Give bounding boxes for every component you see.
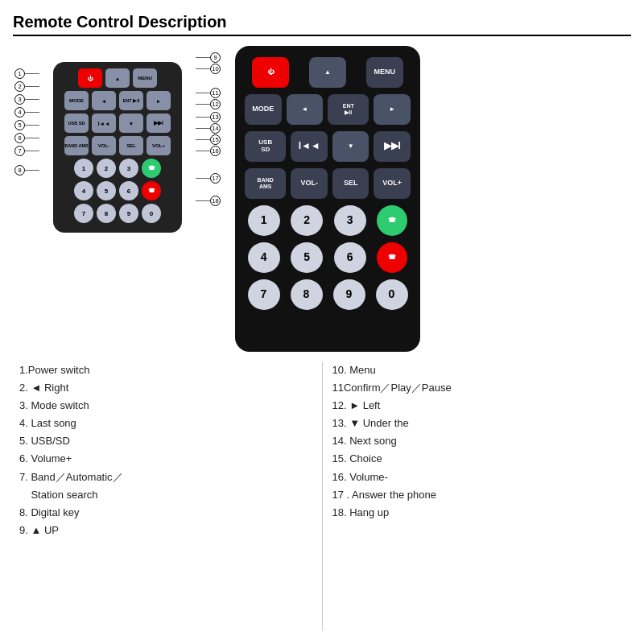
- diag-up-btn: ▲: [105, 68, 130, 88]
- diag-5-btn: 5: [97, 181, 116, 200]
- desc-item-3: 3. Mode switch: [19, 397, 312, 415]
- diag-9-btn: 9: [119, 204, 138, 223]
- diag-power-btn: ⏻: [78, 68, 102, 88]
- desc-item-17: 17 . Answer the phone: [332, 486, 625, 504]
- diag-2-btn: 2: [97, 159, 116, 178]
- photo-4-btn: 4: [248, 242, 280, 273]
- diag-8-btn: 8: [97, 204, 116, 223]
- desc-item-10: 10. Menu: [332, 361, 625, 379]
- diag-sel-btn: SEL: [119, 136, 143, 155]
- diag-left-btn: ◄: [92, 91, 116, 110]
- callout-12: ——12: [196, 99, 221, 109]
- callout-1: 1——: [14, 68, 39, 79]
- callout-7: 7——: [14, 146, 39, 156]
- photo-volp-btn: VOL+: [374, 168, 411, 199]
- diag-usb-btn: USB SD: [64, 114, 89, 133]
- desc-right-col: 10. Menu 11Confirm／Play／Pause 12. ► Left…: [326, 361, 632, 631]
- callout-2: 2——: [14, 81, 39, 92]
- photo-sel-btn: SEL: [332, 168, 369, 199]
- photo-prev-btn: I◄◄: [291, 131, 328, 162]
- photo-0-btn: 0: [376, 279, 408, 310]
- diag-volm-btn: VOL-: [92, 136, 116, 155]
- desc-item-6: 6. Volume+: [19, 450, 312, 468]
- diag-hangup-btn: ☎: [142, 181, 161, 200]
- callout-3: 3——: [14, 94, 39, 105]
- photo-ent-btn: ENT▶II: [328, 94, 369, 125]
- desc-item-7: 7. Band／Automatic／ Station search: [19, 469, 312, 504]
- diag-next-btn: ▶▶I: [147, 114, 171, 133]
- diag-1-btn: 1: [74, 159, 93, 178]
- photo-up-btn: ▲: [309, 57, 346, 88]
- photo-band-btn: BANDAMS: [245, 168, 286, 199]
- photo-volm-btn: VOL-: [291, 168, 328, 199]
- photo-down-btn: ▼: [332, 131, 369, 162]
- desc-item-4: 4. Last song: [19, 415, 312, 432]
- photo-5-btn: 5: [291, 242, 323, 273]
- diag-menu-btn: MENU: [133, 68, 157, 88]
- photo-answer-btn: ☎: [377, 205, 407, 236]
- diag-ent-btn: ENT ▶II: [119, 91, 143, 110]
- photo-mode-btn: MODE: [245, 94, 282, 125]
- callout-15: ——15: [196, 134, 221, 145]
- diag-3-btn: 3: [119, 159, 138, 178]
- photo-9-btn: 9: [333, 279, 365, 310]
- column-divider: [322, 361, 323, 631]
- desc-item-12: 12. ► Left: [332, 397, 625, 415]
- callout-13: ——13: [196, 112, 221, 122]
- diagram-section: ⏻ ▲ MENU MODE ◄ ENT ▶II ► USB SD I◄◄ ▼ ▶…: [13, 46, 222, 352]
- callout-17: ——17: [196, 173, 221, 184]
- callout-5: 5——: [14, 120, 39, 130]
- callout-4: 4——: [14, 107, 39, 118]
- diag-band-btn: BAND AMS: [64, 136, 89, 155]
- callout-18: ——18: [196, 196, 221, 206]
- desc-item-1: 1.Power switch: [19, 361, 312, 379]
- callout-10: ——10: [196, 64, 221, 74]
- photo-power-btn: ⏻: [252, 57, 289, 88]
- desc-item-11: 11Confirm／Play／Pause: [332, 379, 625, 397]
- desc-item-5: 5. USB/SD: [19, 432, 312, 450]
- remote-photo: ⏻ ▲ MENU MODE ◄ ENT▶II ► USBSD I◄◄ ▼ ▶▶I…: [235, 46, 420, 352]
- desc-item-2: 2. ◄ Right: [19, 379, 312, 397]
- desc-item-9: 9. ▲ UP: [19, 522, 312, 539]
- photo-usb-btn: USBSD: [245, 131, 286, 162]
- photo-left-btn: ◄: [287, 94, 324, 125]
- callout-6: 6——: [14, 133, 39, 143]
- desc-item-13: 13. ▼ Under the: [332, 415, 625, 432]
- desc-item-14: 14. Next song: [332, 432, 625, 450]
- diag-6-btn: 6: [119, 181, 138, 200]
- photo-8-btn: 8: [291, 279, 323, 310]
- diag-0-btn: 0: [142, 204, 161, 223]
- diag-volp-btn: VOL+: [147, 136, 171, 155]
- page-title: Remote Control Description: [13, 13, 631, 36]
- desc-item-15: 15. Choice: [332, 450, 625, 468]
- diag-7-btn: 7: [74, 204, 93, 223]
- photo-6-btn: 6: [334, 242, 366, 273]
- diag-prev-btn: I◄◄: [92, 114, 116, 133]
- photo-right-btn: ►: [374, 94, 411, 125]
- photo-menu-btn: MENU: [366, 57, 403, 88]
- photo-7-btn: 7: [248, 279, 280, 310]
- photo-3-btn: 3: [334, 205, 366, 236]
- callout-16: ——16: [196, 146, 221, 156]
- photo-2-btn: 2: [291, 205, 323, 236]
- callout-11: ——11: [196, 88, 221, 98]
- callout-14: ——14: [196, 123, 221, 134]
- diag-answer-btn: ☎: [142, 159, 161, 178]
- diag-down-btn: ▼: [119, 114, 143, 133]
- desc-item-8: 8. Digital key: [19, 504, 312, 522]
- desc-item-18: 18. Hang up: [332, 504, 625, 522]
- diag-4-btn: 4: [74, 181, 93, 200]
- photo-next-btn: ▶▶I: [374, 131, 411, 162]
- desc-left-col: 1.Power switch 2. ◄ Right 3. Mode switch…: [13, 361, 319, 631]
- diag-right-btn: ►: [147, 91, 171, 110]
- desc-item-16: 16. Volume-: [332, 469, 625, 486]
- photo-1-btn: 1: [248, 205, 280, 236]
- callout-8: 8——: [14, 165, 39, 175]
- description-section: 1.Power switch 2. ◄ Right 3. Mode switch…: [13, 361, 631, 631]
- diag-mode-btn: MODE: [64, 91, 89, 110]
- callout-9: ——9: [196, 52, 221, 63]
- remote-diagram: ⏻ ▲ MENU MODE ◄ ENT ▶II ► USB SD I◄◄ ▼ ▶…: [53, 62, 182, 233]
- photo-hangup-btn: ☎: [377, 242, 407, 273]
